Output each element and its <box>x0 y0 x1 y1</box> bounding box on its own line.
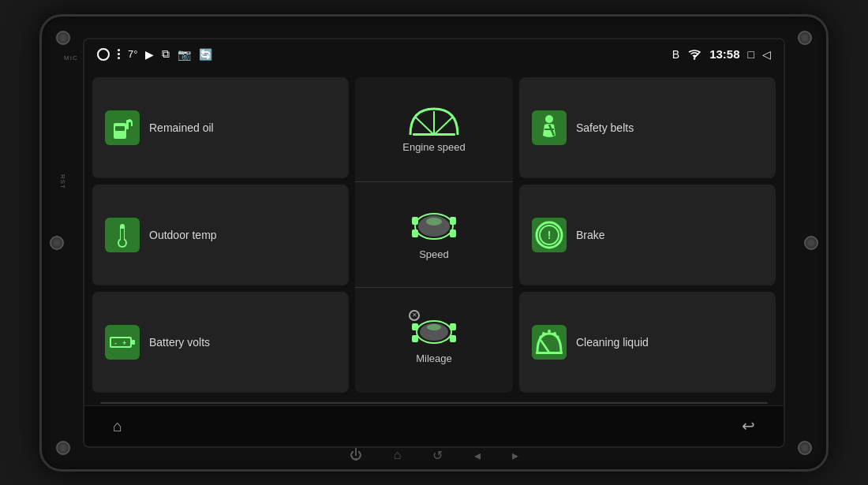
svg-rect-29 <box>412 335 418 342</box>
bluetooth-icon: B <box>672 48 679 61</box>
camera3-icon: 🔄 <box>199 48 212 61</box>
brake-label: Brake <box>576 229 605 241</box>
svg-rect-20 <box>412 217 418 225</box>
svg-rect-22 <box>412 229 418 237</box>
svg-rect-28 <box>450 323 456 330</box>
physical-buttons: ⏻ ⌂ ↺ ◂ ▸ <box>350 448 519 463</box>
fuel-icon <box>105 110 140 145</box>
mileage-panel[interactable]: ✕ Mileage <box>355 288 513 393</box>
svg-point-33 <box>545 115 553 123</box>
svg-line-14 <box>416 118 434 135</box>
screw-bl <box>56 441 70 455</box>
svg-point-25 <box>426 218 442 226</box>
clock-display: 13:58 <box>709 47 739 61</box>
svg-rect-10 <box>132 340 135 345</box>
camera1-icon: ⧉ <box>162 47 170 61</box>
svg-rect-30 <box>450 335 456 342</box>
safety-belts-card[interactable]: Safety belts <box>519 77 776 178</box>
outdoor-temp-label: Outdoor temp <box>149 229 217 241</box>
left-column: Remained oil Outdoor temp <box>92 77 349 393</box>
battery-icon: - + <box>105 325 140 360</box>
status-left: 7° ▶ ⧉ 📷 🔄 <box>97 47 663 61</box>
power-button[interactable]: ⏻ <box>350 448 362 462</box>
temperature-display: 7° <box>128 48 137 60</box>
svg-point-40 <box>542 332 545 335</box>
svg-rect-21 <box>450 217 456 225</box>
svg-point-0 <box>694 58 695 59</box>
battery-volts-card[interactable]: - + Battery volts <box>92 292 349 393</box>
circle-icon <box>97 48 110 61</box>
svg-point-41 <box>548 330 551 333</box>
speed-label: Speed <box>419 248 449 260</box>
svg-point-8 <box>119 240 125 246</box>
svg-rect-23 <box>450 229 456 237</box>
screw-mr <box>804 236 818 250</box>
svg-line-39 <box>541 340 549 353</box>
thermometer-icon <box>105 218 140 252</box>
home-phys-button[interactable]: ⌂ <box>394 448 402 462</box>
svg-text:-: - <box>114 339 117 347</box>
safety-belts-label: Safety belts <box>576 121 634 134</box>
home-button[interactable]: ⌂ <box>108 412 127 440</box>
recents-icon: □ <box>748 48 754 61</box>
svg-point-43 <box>540 335 542 338</box>
youtube-icon: ▶ <box>145 48 154 61</box>
mileage-label: Mileage <box>416 353 452 364</box>
screw-ml <box>50 236 64 250</box>
bottom-bar: ⌂ ↩ <box>84 405 784 446</box>
svg-rect-3 <box>126 121 129 129</box>
status-right: B 13:58 □ ◁ <box>672 47 771 61</box>
screw-br <box>798 441 812 455</box>
svg-point-42 <box>553 332 556 335</box>
brake-icon: ! <box>532 218 567 252</box>
vol-down-button[interactable]: ◂ <box>474 448 481 463</box>
screw-tl <box>56 31 70 45</box>
svg-point-32 <box>427 324 441 330</box>
speed-panel[interactable]: Speed <box>355 182 513 288</box>
svg-rect-45 <box>536 352 563 354</box>
seatbelt-icon <box>532 110 567 145</box>
status-bar: 7° ▶ ⧉ 📷 🔄 B <box>84 39 784 69</box>
mic-label: MIC <box>64 54 78 62</box>
back-phys-button[interactable]: ↺ <box>432 448 443 463</box>
svg-rect-2 <box>115 126 125 131</box>
vol-up-button[interactable]: ▸ <box>512 448 518 463</box>
main-content: Remained oil Outdoor temp <box>84 69 784 401</box>
menu-icon <box>118 49 120 59</box>
svg-text:+: + <box>122 339 126 347</box>
right-column: Safety belts ! Brake <box>519 77 776 393</box>
svg-line-16 <box>434 118 452 135</box>
screen: 7° ▶ ⧉ 📷 🔄 B <box>83 38 785 448</box>
cleaning-liquid-card[interactable]: Cleaning liquid <box>519 292 776 393</box>
engine-speed-panel[interactable]: Engine speed <box>355 77 513 183</box>
washer-icon <box>532 325 567 360</box>
brake-card[interactable]: ! Brake <box>519 185 776 285</box>
outdoor-temp-card[interactable]: Outdoor temp <box>92 185 349 285</box>
back-button[interactable]: ↩ <box>737 412 760 440</box>
center-column: Engine speed <box>355 77 513 393</box>
rst-label: RST <box>59 174 66 189</box>
svg-point-44 <box>557 335 559 338</box>
screw-tr <box>798 31 812 45</box>
engine-speed-label: Engine speed <box>402 141 466 153</box>
svg-text:!: ! <box>548 229 552 241</box>
battery-volts-label: Battery volts <box>149 336 210 349</box>
svg-rect-27 <box>412 323 418 330</box>
cleaning-liquid-label: Cleaning liquid <box>576 336 649 349</box>
svg-rect-17 <box>413 133 455 136</box>
remained-oil-label: Remained oil <box>149 121 214 134</box>
device-shell: MIC RST 7° ▶ ⧉ 📷 🔄 <box>39 14 829 472</box>
remained-oil-card[interactable]: Remained oil <box>92 77 349 178</box>
back-nav-icon: ◁ <box>762 48 771 61</box>
camera2-icon: 📷 <box>178 48 191 61</box>
wifi-icon <box>687 49 702 60</box>
